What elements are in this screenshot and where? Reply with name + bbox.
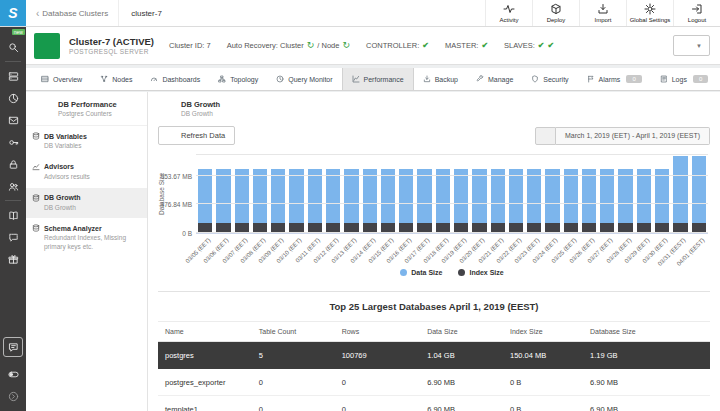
docs-icon (8, 210, 19, 221)
sidebar-item-whats-new[interactable] (0, 248, 26, 270)
gridline (196, 154, 708, 155)
tab-alarms[interactable]: Alarms0 (578, 68, 651, 90)
team-icon (8, 181, 19, 192)
sidebar-item-clusters[interactable] (0, 65, 26, 87)
column-header-database-size: Database Size (583, 328, 710, 335)
tab-query-monitor[interactable]: Query Monitor (267, 68, 341, 90)
sidebar-item-email[interactable] (0, 109, 26, 131)
table-row-postgres_exporter[interactable]: postgres_exporter006.90 MB0 B6.90 MB (158, 369, 710, 396)
cluster-tab-bar: OverviewNodesDashboardsTopologyQuery Mon… (26, 68, 720, 91)
tab-performance[interactable]: Performance (342, 68, 414, 90)
date-range-picker[interactable]: March 1, 2019 (EET) - April 1, 2019 (EES… (535, 127, 710, 145)
email-icon (8, 115, 19, 126)
data-size-segment (253, 169, 267, 223)
controller-status: CONTROLLER: ✔ (366, 41, 429, 50)
chart-icon (33, 101, 52, 116)
column-header-index-size: Index Size (503, 328, 583, 335)
calendar-icon[interactable] (535, 127, 556, 145)
data-size-segment (198, 169, 212, 223)
key-icon (8, 137, 19, 148)
tab-security[interactable]: Security (522, 68, 577, 90)
global-settings-button[interactable]: Global Settings (626, 0, 673, 26)
subnav-subtitle: Postgres Counters (58, 110, 117, 117)
refresh-data-button[interactable]: Refresh Data (158, 126, 235, 145)
activity-button[interactable]: Activity (485, 0, 532, 26)
sidebar-item-feedback[interactable] (0, 226, 26, 248)
column-header-table-count: Table Count (252, 328, 335, 335)
tab-backup[interactable]: Backup (414, 68, 467, 90)
legend-dot (458, 269, 465, 276)
cluster-actions-dropdown[interactable]: ▼ (673, 35, 710, 56)
chevron-left-icon: ‹ (36, 8, 39, 19)
tab-manage[interactable]: Manage (467, 68, 522, 90)
import-button[interactable]: Import (579, 0, 626, 26)
clusters-icon (8, 71, 19, 82)
master-status: MASTER: ✔ (445, 41, 488, 50)
topology-icon (218, 75, 226, 83)
sidebar-item-support-chat[interactable] (3, 337, 23, 357)
chart-controls: Refresh Data March 1, 2019 (EET) - April… (158, 126, 710, 145)
subnav-item-db-growth[interactable]: DB GrowthDB Growth (26, 188, 147, 219)
breadcrumb-current: cluster-7 (119, 0, 174, 26)
subnav-item-advisors[interactable]: AdvisorsAdvisors results (26, 157, 147, 188)
cluster-subtitle: POSTGRESQL SERVER (69, 48, 154, 55)
subnav-item-schema-analyzer[interactable]: Schema AnalyzerRedundant Indexes, Missin… (26, 218, 147, 258)
page-title: DB Growth (181, 100, 220, 109)
cell-index-size: 0 B (503, 378, 583, 387)
breadcrumb: ‹ Database Clusters cluster-7 (26, 0, 174, 26)
sidebar-item-docs[interactable] (0, 204, 26, 226)
breadcrumb-back-link[interactable]: ‹ Database Clusters (26, 0, 119, 26)
sidebar-item-metrics[interactable] (0, 87, 26, 109)
bar-03-12 (326, 169, 340, 233)
data-size-segment (472, 169, 486, 223)
legend-item-data-size[interactable]: Data Size (400, 269, 442, 276)
sidebar-item-security[interactable] (0, 153, 26, 175)
largest-databases-table: NameTable CountRowsData SizeIndex SizeDa… (158, 321, 710, 411)
cluster-title: Cluster-7 (ACTIVE) (69, 36, 154, 47)
cell-table-count: 0 (252, 378, 335, 387)
date-range-value[interactable]: March 1, 2019 (EET) - April 1, 2019 (EES… (556, 127, 710, 145)
table-row-template1[interactable]: template1006.90 MB0 B6.90 MB (158, 396, 710, 411)
advisors-chart-icon (32, 163, 40, 171)
bar-03-23 (527, 169, 541, 233)
bar-04-01 (692, 156, 706, 233)
cell-rows: 100769 (335, 351, 421, 360)
subnav-item-db-variables[interactable]: DB VariablesDB Variables (26, 126, 147, 157)
legend-item-index-size[interactable]: Index Size (458, 269, 503, 276)
postgresql-cluster-icon (34, 33, 60, 59)
bar-03-24 (545, 169, 559, 233)
import-icon (597, 3, 609, 15)
tab-dashboards[interactable]: Dashboards (141, 68, 209, 90)
tab-nodes[interactable]: Nodes (91, 68, 141, 90)
display-toggle-icon (8, 369, 19, 380)
deploy-button[interactable]: Deploy (532, 0, 579, 26)
sidebar-item-team[interactable] (0, 175, 26, 197)
legend-dot (400, 269, 407, 276)
sidebar-item-key[interactable] (0, 131, 26, 153)
check-icon: ✔ (538, 41, 545, 50)
bar-03-31 (673, 156, 687, 233)
security-icon (531, 75, 539, 83)
tab-count-badge: 0 (693, 75, 708, 83)
bar-03-19 (454, 169, 468, 233)
tab-logs[interactable]: Logs0 (651, 68, 718, 90)
sidebar-item-display-toggle[interactable] (0, 363, 26, 385)
bar-03-15 (381, 169, 395, 233)
tab-topology[interactable]: Topology (209, 68, 267, 90)
data-size-segment (637, 169, 651, 223)
bar-03-17 (417, 169, 431, 233)
performance-icon (352, 75, 360, 83)
data-size-segment (289, 169, 303, 223)
app-logo[interactable]: S (0, 0, 26, 26)
logout-button[interactable]: Logout (673, 0, 720, 26)
bar-03-09 (271, 169, 285, 233)
sidebar-item-search[interactable] (0, 36, 26, 58)
tab-overview[interactable]: Overview (32, 68, 91, 90)
x-axis-labels: 03/05 (EET)03/06 (EET)03/07 (EET)03/08 (… (196, 235, 708, 267)
whats-new-icon (8, 254, 19, 265)
global-settings-icon (644, 3, 656, 15)
logout-icon (691, 3, 703, 15)
table-row-postgres[interactable]: postgres51007691.04 GB150.04 MB1.19 GB (158, 342, 710, 369)
table-header-row: NameTable CountRowsData SizeIndex SizeDa… (158, 321, 710, 342)
sidebar-item-collapse[interactable] (0, 385, 26, 407)
